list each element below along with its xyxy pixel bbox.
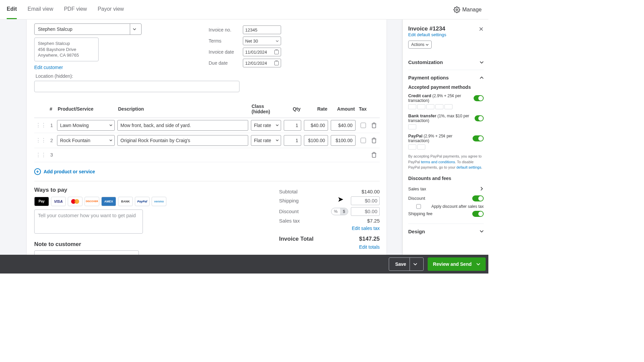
chevron-down-icon [109,139,112,142]
discount-toggle[interactable] [472,195,484,201]
description-input[interactable]: Mow front, back, and side of yard. [117,120,248,131]
invoice-date-label: Invoice date [209,49,239,55]
product-select[interactable]: Lawn Mowing [57,120,115,131]
chevron-down-icon [480,60,484,64]
edit-totals-link[interactable]: Edit totals [279,244,380,250]
drag-handle-icon[interactable]: ⋮⋮ [36,152,46,158]
close-icon[interactable]: ✕ [479,25,484,33]
actions-dropdown[interactable]: Actions [408,41,432,49]
chevron-down-icon [276,124,279,127]
chevron-down-icon [413,262,417,266]
delete-row-button[interactable] [371,122,377,128]
tab-pdf-view[interactable]: PDF view [64,0,87,19]
table-row: ⋮⋮ 1 Lawn Mowing Mow front, back, and si… [34,118,380,133]
paypal-icon: PayPal [135,197,150,206]
chevron-right-icon [480,187,484,191]
calendar-icon [274,61,279,65]
manage-button[interactable]: Manage [453,6,482,13]
rate-input[interactable]: $40.00 [304,120,328,131]
discover-icon: DISCOVER [85,197,99,206]
invoice-date-input[interactable]: 11/01/2024 [243,48,281,56]
payment-icons: Pay VISA DISCOVER AMEX BANK PayPal venmo [34,197,166,206]
tabs-bar: Edit Email view PDF view Payor view Mana… [0,0,488,19]
design-section[interactable]: Design [408,229,484,234]
apple-pay-icon: Pay [34,197,49,206]
drag-handle-icon[interactable]: ⋮⋮ [36,122,46,128]
sidebar: Invoice #1234 Edit default settings ✕ Ac… [402,19,488,255]
delete-row-button[interactable] [371,152,377,158]
ways-to-pay-heading: Ways to pay [34,187,166,193]
customization-section[interactable]: Customization [408,59,484,65]
location-label: Location (hidden): [36,73,380,79]
edit-sales-tax-link[interactable]: Edit sales tax [279,226,380,231]
discount-label: Discount [279,208,299,214]
customer-select[interactable]: Stephen Stalcup [34,23,142,35]
chevron-down-icon [426,43,429,46]
terms-select[interactable]: Net 30 [243,37,281,45]
shipping-fee-toggle[interactable] [472,211,484,217]
rate-input[interactable]: $100.00 [304,135,328,146]
apply-after-checkbox[interactable] [416,204,421,209]
credit-card-toggle[interactable] [474,95,484,101]
payment-note-textarea[interactable]: Tell your customer how you want to get p… [34,209,143,234]
terms-link[interactable]: terms and conditions [421,160,455,164]
due-date-input[interactable]: 12/01/2024 [243,59,281,67]
amount-input[interactable]: $40.00 [331,120,356,131]
mastercard-icon [68,197,83,206]
qty-input[interactable]: 1 [284,135,301,146]
add-product-button[interactable]: + Add product or service [34,168,380,175]
product-select[interactable]: Rock Fountain [57,135,115,146]
chevron-down-icon [276,40,279,43]
footer-bar: Save Review and Send [0,255,488,274]
tax-checkbox[interactable] [361,123,366,128]
note-heading: Note to customer [34,241,166,248]
location-input[interactable] [34,81,239,92]
gear-icon [453,6,460,13]
class-select[interactable]: Flat rate [251,120,281,131]
calendar-icon [274,50,279,54]
shipping-fee-label: Shipping fee [408,211,432,216]
chevron-up-icon [480,76,484,80]
invoice-no-label: Invoice no. [209,27,239,33]
qty-input[interactable]: 1 [284,120,301,131]
sales-tax-value: $7.25 [367,218,380,224]
chevron-down-icon [276,139,279,142]
tab-payor-view[interactable]: Payor view [98,0,124,19]
accepted-methods-heading: Accepted payment methods [408,84,484,90]
save-button[interactable]: Save [389,257,424,271]
note-textarea[interactable] [34,250,139,255]
tab-email-view[interactable]: Email view [28,0,53,19]
discount-input[interactable]: $0.00 [351,207,380,216]
payment-options-section[interactable]: Payment options [408,75,484,80]
venmo-icon: venmo [152,197,166,206]
delete-row-button[interactable] [371,137,377,143]
invoice-total-value: $147.25 [359,236,380,242]
bank-transfer-toggle[interactable] [475,115,484,121]
invoice-no-input[interactable]: 12345 [243,25,281,34]
discount-type-toggle[interactable]: %$ [331,208,348,215]
drag-handle-icon[interactable]: ⋮⋮ [36,137,46,143]
table-row: ⋮⋮ 2 Rock Fountain Original Rock Fountai… [34,133,380,148]
tax-checkbox[interactable] [361,138,366,143]
sidebar-title: Invoice #1234 [408,25,446,32]
edit-customer-link[interactable]: Edit customer [34,65,142,70]
shipping-input[interactable]: $0.00 [351,196,380,205]
default-settings-link[interactable]: default settings [457,165,481,169]
amount-input[interactable]: $100.00 [331,135,356,146]
description-input[interactable]: Original Rock Fountain by Craig's [117,135,248,146]
terms-label: Terms [209,38,239,44]
shipping-label: Shipping [279,198,299,203]
review-and-send-button[interactable]: Review and Send [428,257,486,271]
paypal-fine-print: By accepting PayPal payments, you agree … [408,154,484,170]
chevron-down-icon [480,229,484,233]
class-select[interactable]: Flat rate [251,135,281,146]
paypal-toggle[interactable] [473,135,484,141]
amex-icon: AMEX [101,197,116,206]
tab-edit[interactable]: Edit [7,0,17,19]
chevron-down-icon [476,262,480,266]
sales-tax-row[interactable]: Sales tax [408,184,484,193]
chevron-down-icon [130,24,139,35]
plus-circle-icon: + [34,168,41,175]
due-date-label: Due date [209,60,239,66]
edit-default-settings-link[interactable]: Edit default settings [408,32,446,37]
